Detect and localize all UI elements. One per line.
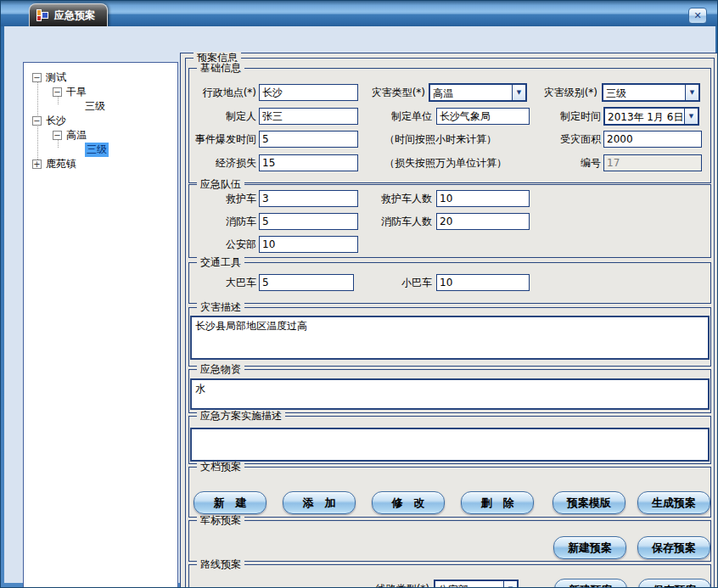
military-save-plan-button[interactable]: 保存预案 xyxy=(637,536,710,559)
tree-item-2[interactable]: 三级 xyxy=(85,99,105,113)
dialog-body: − 测试 − 干旱 三级 − 长沙 − 高温 三级 + xyxy=(4,26,715,583)
author-unit-input[interactable] xyxy=(436,108,530,125)
plan-detail-panel: 预案信息 基础信息 应急队伍 交通工具 灾害描述 应急物资 应急方案实施描述 文… xyxy=(180,53,718,588)
create-time-datepicker[interactable]: 2013年 1月 6日 ▼ xyxy=(603,107,699,126)
outbreak-time-hint: （时间按照小时来计算） xyxy=(384,131,496,148)
tree-item-label[interactable]: 干旱 xyxy=(66,85,87,99)
serial-number-input xyxy=(603,154,702,171)
groupbox-doc-plan: 文档预案 xyxy=(188,467,711,518)
groupbox-title: 路线预案 xyxy=(197,558,244,570)
tree-item-6[interactable]: + 鹿苑镇 xyxy=(32,157,76,171)
tree-item-label[interactable]: 测试 xyxy=(46,70,66,85)
plan-tree[interactable]: − 测试 − 干旱 三级 − 长沙 − 高温 三级 + xyxy=(23,62,178,588)
new-button[interactable]: 新 建 xyxy=(194,491,266,514)
window-tab[interactable]: 应急预案 xyxy=(29,3,108,26)
disaster-desc-textarea[interactable]: 长沙县局部地区温度过高 xyxy=(190,316,710,360)
close-icon: ✕ xyxy=(693,10,701,21)
chevron-down-icon[interactable]: ▼ xyxy=(684,109,698,124)
groupbox-title: 应急方案实施描述 xyxy=(197,410,285,422)
outbreak-time-label: 事件爆发时间 xyxy=(182,131,256,148)
tree-item-label[interactable]: 三级 xyxy=(85,99,105,114)
tree-item-0[interactable]: − 测试 xyxy=(32,70,66,84)
supplies-textarea[interactable]: 水 xyxy=(190,378,710,410)
ambulance-label: 救护车 xyxy=(188,190,256,207)
author-input[interactable] xyxy=(259,108,358,125)
plan-template-button[interactable]: 预案模版 xyxy=(553,491,625,514)
tree-item-label[interactable]: 高温 xyxy=(66,128,87,143)
fire-truck-label: 消防车 xyxy=(188,213,256,230)
tree-collapse-icon[interactable]: − xyxy=(32,73,42,82)
tree-collapse-icon[interactable]: − xyxy=(32,116,42,126)
groupbox-title: 灾害描述 xyxy=(197,301,244,313)
disaster-type-select[interactable]: 高温 ▼ xyxy=(429,83,527,102)
window-title: 应急预案 xyxy=(54,8,95,23)
route-type-label: 线路类型(*) xyxy=(359,580,429,588)
tree-item-1[interactable]: − 干旱 xyxy=(53,85,87,98)
admin-location-input[interactable] xyxy=(259,84,358,101)
implementation-textarea[interactable] xyxy=(190,428,710,462)
fire-truck-staff-input[interactable] xyxy=(436,213,530,230)
economic-loss-label: 经济损失 xyxy=(188,154,256,171)
economic-loss-input[interactable] xyxy=(259,154,358,171)
small-bus-input[interactable] xyxy=(436,274,530,291)
author-unit-label: 制定单位 xyxy=(364,108,432,125)
tree-item-5-selected[interactable]: 三级 xyxy=(85,143,109,156)
military-new-plan-button[interactable]: 新建预案 xyxy=(553,536,626,559)
affected-area-label: 受灾面积 xyxy=(527,131,601,148)
tree-collapse-icon[interactable]: − xyxy=(53,87,62,97)
route-type-select[interactable]: 公安部 ▼ xyxy=(434,580,519,588)
close-button[interactable]: ✕ xyxy=(688,8,707,24)
tree-item-4[interactable]: − 高温 xyxy=(53,128,87,142)
route-type-value: 公安部 xyxy=(435,581,503,588)
disaster-level-select[interactable]: 三级 ▼ xyxy=(602,83,700,102)
groupbox-title: 基础信息 xyxy=(197,62,244,74)
fire-truck-input[interactable] xyxy=(259,213,358,230)
disaster-type-value: 高温 xyxy=(430,85,512,100)
tree-collapse-icon[interactable]: − xyxy=(53,131,62,140)
ambulance-staff-label: 救护车人数 xyxy=(364,190,432,207)
groupbox-title: 交通工具 xyxy=(197,256,244,268)
economic-loss-hint: （损失按照万为单位计算） xyxy=(384,154,507,171)
police-input[interactable] xyxy=(259,236,358,253)
groupbox-title: 文档预案 xyxy=(197,461,244,473)
chevron-down-icon[interactable]: ▼ xyxy=(503,581,517,588)
outbreak-time-input[interactable] xyxy=(259,131,358,148)
tree-item-label[interactable]: 三级 xyxy=(85,143,109,157)
route-save-plan-button[interactable]: 保存预案 xyxy=(638,579,711,588)
big-bus-input[interactable] xyxy=(259,274,354,291)
author-label: 制定人 xyxy=(188,108,256,125)
tree-item-label[interactable]: 鹿苑镇 xyxy=(46,157,76,171)
ambulance-staff-input[interactable] xyxy=(436,190,530,207)
ambulance-input[interactable] xyxy=(259,190,358,207)
small-bus-label: 小巴车 xyxy=(364,274,432,291)
tree-item-label[interactable]: 长沙 xyxy=(46,114,66,128)
add-button[interactable]: 添 加 xyxy=(283,491,356,514)
groupbox-title: 军标预案 xyxy=(197,514,244,526)
groupbox-title: 应急物资 xyxy=(197,363,244,375)
modify-button[interactable]: 修 改 xyxy=(372,491,445,514)
groupbox-military-plan: 军标预案 xyxy=(188,520,711,562)
admin-location-label: 行政地点(*) xyxy=(188,84,256,101)
disaster-level-label: 灾害级别(*) xyxy=(524,84,597,101)
serial-number-label: 编号 xyxy=(527,154,601,171)
app-window: 应急预案 ✕ − 测试 − 干旱 三级 − 长沙 xyxy=(0,0,718,588)
police-label: 公安部 xyxy=(188,236,256,253)
fire-truck-staff-label: 消防车人数 xyxy=(364,213,432,230)
title-bar: 应急预案 ✕ xyxy=(1,1,718,26)
big-bus-label: 大巴车 xyxy=(188,274,256,291)
affected-area-input[interactable] xyxy=(603,131,702,148)
disaster-type-label: 灾害类型(*) xyxy=(357,84,425,101)
app-icon xyxy=(36,9,49,21)
disaster-level-value: 三级 xyxy=(603,85,685,100)
tree-expand-icon[interactable]: + xyxy=(32,160,42,169)
groupbox-title: 应急队伍 xyxy=(197,178,244,190)
create-time-value: 2013年 1月 6日 xyxy=(605,109,684,124)
tree-item-3[interactable]: − 长沙 xyxy=(32,114,66,127)
chevron-down-icon[interactable]: ▼ xyxy=(685,85,698,100)
generate-plan-button[interactable]: 生成预案 xyxy=(637,491,710,514)
route-new-plan-button[interactable]: 新建预案 xyxy=(554,579,627,588)
create-time-label: 制定时间 xyxy=(527,108,601,125)
delete-button[interactable]: 删 除 xyxy=(461,491,534,514)
